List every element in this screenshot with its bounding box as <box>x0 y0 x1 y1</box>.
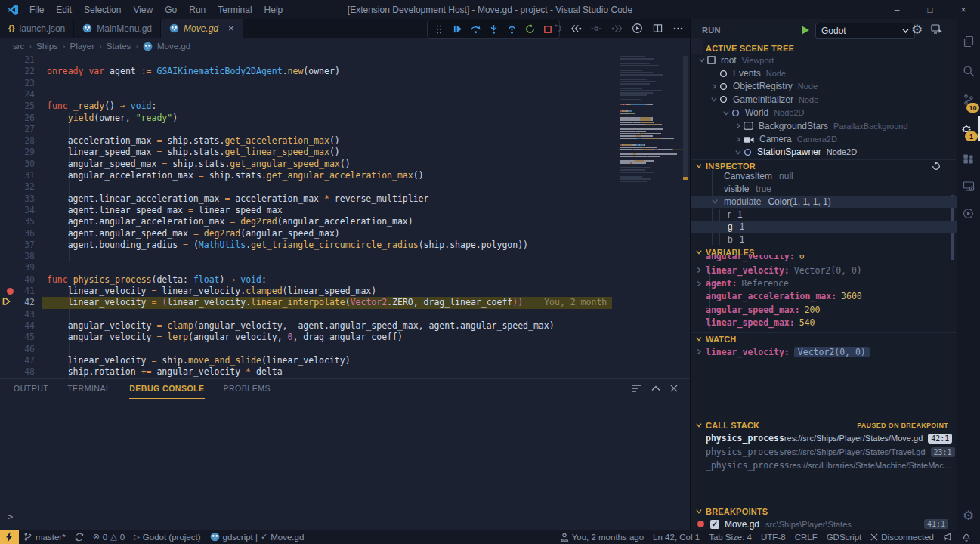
call-stack-frame[interactable]: physics_processres://src/Ships/Player/St… <box>691 445 956 459</box>
code-line[interactable]: 31 angular_acceleration_max = ship.stats… <box>0 170 690 181</box>
code-line[interactable]: 33 agent.linear_acceleration_max = accel… <box>0 193 690 205</box>
line-number[interactable]: 31 <box>0 170 35 181</box>
variable-row[interactable]: linear_velocity:Vector2(0, 0) <box>691 264 971 277</box>
inspector-row-modulate[interactable]: modulateColor(1, 1, 1, 1) <box>691 196 980 209</box>
editor-sidebar-divider[interactable] <box>690 19 691 530</box>
section-call-stack[interactable]: CALL STACK PAUSED ON BREAKPOINT <box>691 419 956 431</box>
breadcrumb-item[interactable]: src <box>13 42 24 51</box>
start-debugging-icon[interactable] <box>802 26 810 35</box>
editor-scrollbar[interactable] <box>683 56 688 180</box>
line-number[interactable]: 40 <box>0 274 35 286</box>
inspector-row-visible[interactable]: visibletrue <box>691 183 980 196</box>
line-number[interactable]: 26 <box>0 113 35 124</box>
code-line[interactable]: 44 angular_velocity = clamp(angular_velo… <box>0 320 690 332</box>
run-to-cursor-button[interactable] <box>629 20 645 36</box>
menu-selection[interactable]: Selection <box>78 0 127 19</box>
line-number[interactable]: 39 <box>0 262 35 274</box>
menu-edit[interactable]: Edit <box>50 0 78 19</box>
section-breakpoints[interactable]: BREAKPOINTS <box>691 505 956 517</box>
breakpoint-checkbox[interactable]: ✓ <box>710 520 719 529</box>
status-connection-status[interactable]: Disconnected <box>866 530 938 544</box>
breadcrumb-item[interactable]: States <box>107 42 131 51</box>
line-number[interactable]: 43 <box>0 309 35 320</box>
code-line[interactable]: 29 linear_speed_max = ship.stats.get_lin… <box>0 147 690 158</box>
breadcrumb-file[interactable]: Move.gd <box>157 42 190 51</box>
menu-view[interactable]: View <box>127 0 159 19</box>
step-over-button[interactable] <box>467 21 484 37</box>
reverse-toggle-button[interactable] <box>548 20 563 36</box>
chevron-collapsed-icon[interactable] <box>696 348 702 355</box>
chevron-collapsed-icon[interactable] <box>733 122 744 129</box>
section-watch[interactable]: WATCH <box>691 332 956 345</box>
code-line[interactable]: 35 agent.angular_acceleration_max = deg2… <box>0 216 690 227</box>
activity-run-and-debug[interactable]: 1 <box>957 116 980 141</box>
code-line[interactable]: 21 <box>0 54 690 66</box>
step-forward-button[interactable] <box>609 20 624 36</box>
chevron-collapsed-icon[interactable] <box>709 83 719 90</box>
code-line[interactable]: 37 agent.bounding_radius = (MathUtils.ge… <box>0 240 690 251</box>
panel-tab-output[interactable]: OUTPUT <box>14 379 48 398</box>
minimap[interactable] <box>618 56 683 183</box>
step-back-button[interactable] <box>568 20 583 36</box>
tab-close-icon[interactable]: × <box>228 23 234 34</box>
code-line[interactable]: 42 linear_velocity = (linear_velocity.li… <box>0 297 612 308</box>
split-editor-button[interactable] <box>650 20 665 36</box>
activity-source-control[interactable]: 10 <box>957 87 980 113</box>
close-panel-icon[interactable] <box>670 385 678 392</box>
code-line[interactable]: 28 acceleration_max = ship.stats.get_acc… <box>0 135 690 147</box>
code-line[interactable]: 32 <box>0 181 690 193</box>
status-eol[interactable]: CRLF <box>790 530 822 544</box>
launch-config-select[interactable]: Godot <box>815 23 915 39</box>
line-number[interactable]: 24 <box>0 89 35 100</box>
scene-tree-item-backgroundstars[interactable]: BackgroundStarsParallaxBackground <box>691 119 980 132</box>
code-line[interactable]: 40func physics_process(delta: float) → v… <box>0 274 690 286</box>
variable-row[interactable]: angular_acceleration_max:3600 <box>691 290 971 303</box>
status-debug-target[interactable]: ▷Godot (project) <box>129 530 205 544</box>
breadcrumb-item[interactable]: Player <box>70 42 94 51</box>
line-number[interactable]: 46 <box>0 344 35 355</box>
status-problems[interactable]: ⊗0△0 <box>88 530 130 544</box>
code-line[interactable]: 38 <box>0 251 690 262</box>
code-line[interactable]: 48 ship.rotation += angular_velocity * d… <box>0 366 690 378</box>
more-actions-button[interactable] <box>670 20 685 36</box>
inspector-row-r[interactable]: r1 <box>691 209 980 221</box>
menu-run[interactable]: Run <box>183 0 212 19</box>
line-number[interactable]: 34 <box>0 205 35 216</box>
chevron-collapsed-icon[interactable] <box>733 136 744 143</box>
refresh-icon[interactable] <box>932 162 941 171</box>
menu-go[interactable]: Go <box>159 0 183 19</box>
line-number[interactable]: 28 <box>0 135 35 147</box>
tab-launch-json[interactable]: {}launch.json <box>0 19 74 38</box>
code-line[interactable]: 30 angular_speed_max = ship.stats.get_an… <box>0 159 690 170</box>
scene-tree-item-stationspawner[interactable]: StationSpawnerNode2D <box>691 146 980 159</box>
activity-extensions[interactable] <box>957 146 980 172</box>
variable-row[interactable]: angular_speed_max:200 <box>691 303 971 316</box>
chevron-collapsed-icon[interactable] <box>696 267 702 274</box>
line-number[interactable]: 27 <box>0 124 35 135</box>
line-number[interactable]: 47 <box>0 355 35 366</box>
code-line[interactable]: 47 linear_velocity = ship.move_and_slide… <box>0 355 690 366</box>
line-number[interactable]: 25 <box>0 100 35 112</box>
chevron-expanded-icon[interactable] <box>709 96 719 103</box>
line-number[interactable]: 30 <box>0 159 35 170</box>
menu-help[interactable]: Help <box>258 0 289 19</box>
variable-row[interactable]: linear_speed_max:540 <box>691 317 971 329</box>
status-git-blame-status[interactable]: You, 2 months ago <box>555 530 648 544</box>
code-line[interactable]: 25func _ready() → void: <box>0 100 690 112</box>
menu-terminal[interactable]: Terminal <box>212 0 258 19</box>
line-number[interactable]: 36 <box>0 228 35 240</box>
scene-tree-item-events[interactable]: EventsNode <box>691 66 974 79</box>
tab-move-gd[interactable]: Move.gd× <box>161 19 243 38</box>
line-number[interactable]: 38 <box>0 251 35 262</box>
status-git-branch[interactable]: master* <box>19 530 70 544</box>
step-into-button[interactable] <box>485 21 502 37</box>
line-number[interactable]: 37 <box>0 240 35 251</box>
line-number[interactable]: 22 <box>0 66 35 77</box>
panel-tab-problems[interactable]: PROBLEMS <box>224 379 271 398</box>
breakpoint-row[interactable]: ✓Move.gdsrc\Ships\Player\States41:1 <box>691 518 956 530</box>
chevron-expanded-icon[interactable] <box>712 198 718 205</box>
code-line[interactable]: 23 <box>0 78 690 89</box>
inspector-row-b[interactable]: b1 <box>691 233 980 246</box>
configure-gear-icon[interactable]: ⚙ <box>911 23 923 36</box>
status-godot-language-status[interactable]: gdscript |✓Move.gd <box>206 530 309 544</box>
